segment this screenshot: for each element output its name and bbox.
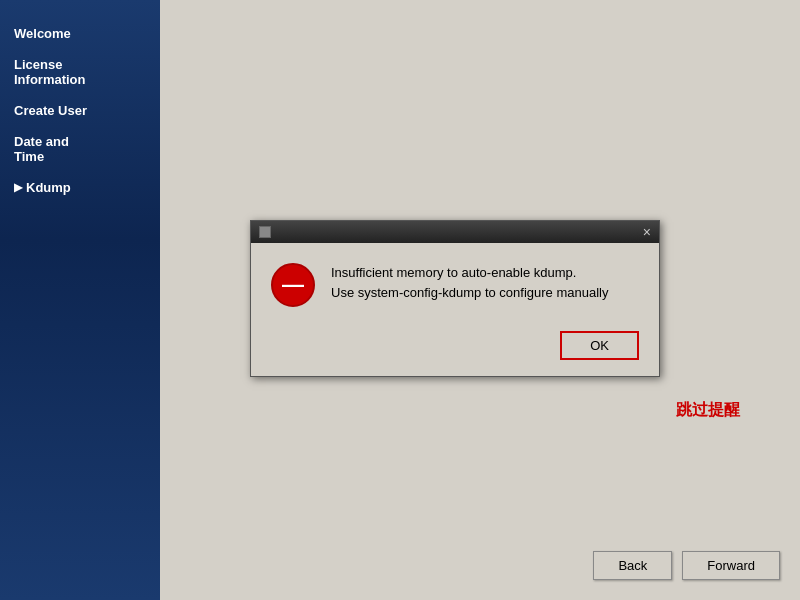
dialog-message-line1: Insufficient memory to auto-enable kdump… bbox=[331, 265, 576, 280]
title-left bbox=[259, 226, 271, 238]
main-content: × Insufficient memory to auto-enable kdu… bbox=[160, 0, 800, 600]
dialog-footer: OK bbox=[251, 323, 659, 376]
sidebar-item-label: Date andTime bbox=[14, 134, 69, 164]
sidebar-item-license-information[interactable]: LicenseInformation bbox=[0, 51, 160, 93]
sidebar-item-label: Welcome bbox=[14, 26, 71, 41]
back-button[interactable]: Back bbox=[593, 551, 672, 580]
sidebar-item-label: Kdump bbox=[26, 180, 71, 195]
sidebar: Welcome LicenseInformation Create User D… bbox=[0, 0, 160, 600]
skip-reminder-text: 跳过提醒 bbox=[676, 400, 740, 421]
bottom-navigation: Back Forward bbox=[593, 551, 780, 580]
dialog-message: Insufficient memory to auto-enable kdump… bbox=[331, 263, 639, 302]
dialog-titlebar: × bbox=[251, 221, 659, 243]
dialog-title-icon bbox=[259, 226, 271, 238]
sidebar-item-label: LicenseInformation bbox=[14, 57, 86, 87]
sidebar-item-label: Create User bbox=[14, 103, 87, 118]
dialog-body: Insufficient memory to auto-enable kdump… bbox=[251, 243, 659, 323]
error-icon bbox=[271, 263, 315, 307]
ok-button[interactable]: OK bbox=[560, 331, 639, 360]
sidebar-item-create-user[interactable]: Create User bbox=[0, 97, 160, 124]
arrow-icon: ▶ bbox=[14, 181, 22, 194]
sidebar-item-welcome[interactable]: Welcome bbox=[0, 20, 160, 47]
sidebar-item-kdump[interactable]: ▶ Kdump bbox=[0, 174, 160, 201]
sidebar-item-date-and-time[interactable]: Date andTime bbox=[0, 128, 160, 170]
error-dialog: × Insufficient memory to auto-enable kdu… bbox=[250, 220, 660, 377]
dialog-message-line2: Use system-config-kdump to configure man… bbox=[331, 285, 608, 300]
dialog-overlay: × Insufficient memory to auto-enable kdu… bbox=[160, 0, 800, 600]
forward-button[interactable]: Forward bbox=[682, 551, 780, 580]
dialog-close-button[interactable]: × bbox=[643, 225, 651, 239]
